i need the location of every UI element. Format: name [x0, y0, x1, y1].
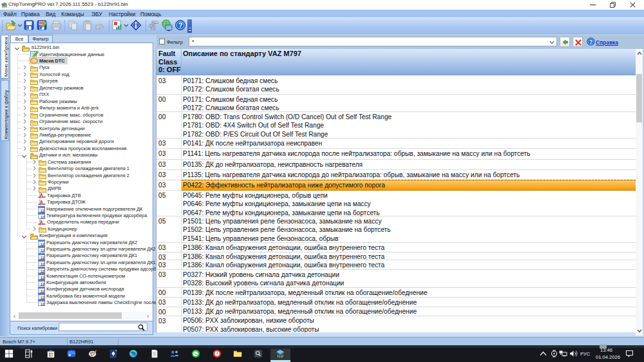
svg-text:12: 12 — [41, 276, 44, 280]
svg-text:12: 12 — [41, 296, 44, 300]
svg-text:12: 12 — [41, 302, 44, 306]
svg-text:12: 12 — [41, 209, 44, 213]
svg-text:12: 12 — [41, 289, 44, 292]
svg-text:12: 12 — [41, 249, 44, 252]
svg-text:12: 12 — [41, 282, 44, 286]
svg-text:12: 12 — [41, 255, 44, 259]
svg-text:12: 12 — [41, 242, 44, 246]
svg-text:12: 12 — [41, 269, 44, 272]
svg-text:12: 12 — [41, 262, 44, 266]
svg-text:?: ? — [589, 39, 592, 45]
svg-text:?: ? — [178, 21, 183, 29]
